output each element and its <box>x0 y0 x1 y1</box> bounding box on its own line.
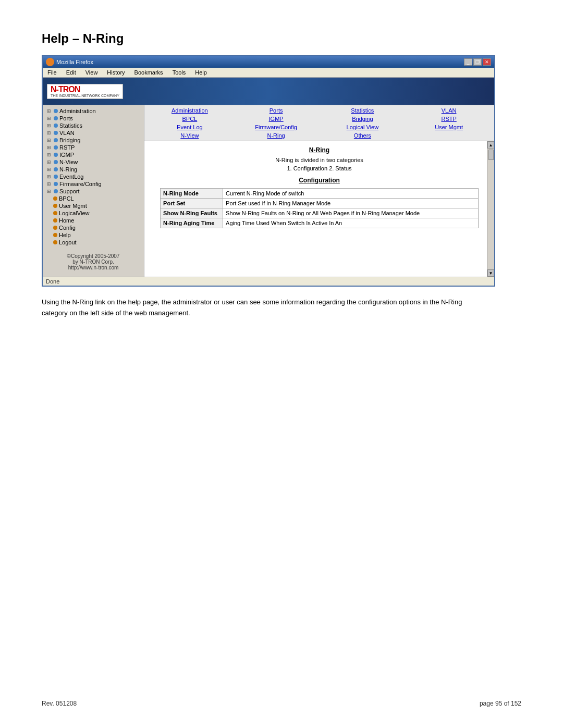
scroll-thumb[interactable] <box>488 150 494 160</box>
footer-revision: Rev. 051208 <box>42 700 77 707</box>
menu-history[interactable]: History <box>105 69 126 76</box>
sidebar-item-help[interactable]: Help <box>43 231 144 239</box>
nav-bridging[interactable]: Bridging <box>320 115 406 123</box>
nav-firmware[interactable]: Firmware/Config <box>233 123 320 131</box>
dot-icon <box>54 189 58 193</box>
sidebar-label: N-Ring <box>59 166 77 172</box>
footer-page: page 95 of 152 <box>480 700 521 707</box>
dot-icon-orange <box>53 226 57 230</box>
sidebar-item-bridging[interactable]: ⊞ Bridging <box>43 137 144 144</box>
sidebar-label: Logout <box>59 239 77 245</box>
dot-icon <box>54 116 58 120</box>
menu-file[interactable]: File <box>46 69 58 76</box>
menu-edit[interactable]: Edit <box>65 69 78 76</box>
table-row: N-Ring Aging Time Aging Time Used When S… <box>161 218 479 228</box>
nav-ports[interactable]: Ports <box>233 106 320 115</box>
expand-icon: ⊞ <box>47 181 52 187</box>
sidebar-item-firmware[interactable]: ⊞ Firmware/Config <box>43 180 144 188</box>
copyright-line2: by N-TRON Corp. <box>47 259 140 265</box>
minimize-button[interactable]: _ <box>464 58 472 66</box>
table-cell-value: Aging Time Used When Switch Is Active In… <box>223 218 479 228</box>
sidebar-item-nring[interactable]: ⊞ N-Ring <box>43 166 144 173</box>
menu-view[interactable]: View <box>84 69 100 76</box>
sidebar-item-home[interactable]: Home <box>43 217 144 224</box>
right-panel: Administration Ports Statistics VLAN BPC… <box>144 105 494 277</box>
sidebar-label: BPCL <box>59 195 74 202</box>
scroll-down-button[interactable]: ▼ <box>487 269 494 277</box>
sidebar-item-logicalview[interactable]: LogicalView <box>43 209 144 217</box>
sidebar-item-rstp[interactable]: ⊞ RSTP <box>43 144 144 151</box>
sidebar-item-statistics[interactable]: ⊞ Statistics <box>43 122 144 129</box>
content-title: N-Ring <box>152 146 487 154</box>
nav-usermgmt[interactable]: User Mgmt <box>406 123 492 131</box>
sidebar-label: EventLog <box>59 174 83 180</box>
expand-icon: ⊞ <box>47 167 52 172</box>
sidebar-item-support[interactable]: ⊞ Support <box>43 188 144 195</box>
dot-icon <box>54 138 58 142</box>
sidebar-item-usermgmt[interactable]: User Mgmt <box>43 202 144 209</box>
sidebar-label: Statistics <box>59 122 82 129</box>
nav-statistics[interactable]: Statistics <box>320 106 406 115</box>
dot-icon-orange <box>53 196 57 201</box>
sidebar-label: VLAN <box>59 130 75 136</box>
table-row: N-Ring Mode Current N-Ring Mode of switc… <box>161 189 479 199</box>
nav-eventlog[interactable]: Event Log <box>146 123 233 131</box>
table-row: Port Set Port Set used if in N-Ring Mana… <box>161 199 479 208</box>
copyright-line1: ©Copyright 2005-2007 <box>47 253 140 259</box>
nav-nring[interactable]: N-Ring <box>233 131 320 140</box>
sidebar-item-eventlog[interactable]: ⊞ EventLog <box>43 173 144 180</box>
menu-bookmarks[interactable]: Bookmarks <box>133 69 165 76</box>
close-button[interactable]: ✕ <box>483 58 491 66</box>
table-cell-label: N-Ring Mode <box>161 189 223 199</box>
dot-icon <box>54 109 58 113</box>
scroll-up-button[interactable]: ▲ <box>487 141 494 149</box>
window-controls[interactable]: _ ❐ ✕ <box>464 58 491 66</box>
sidebar-item-administration[interactable]: ⊞ Administration <box>43 107 144 115</box>
menu-help[interactable]: Help <box>193 69 209 76</box>
expand-icon: ⊞ <box>47 189 52 194</box>
sidebar: ⊞ Administration ⊞ Ports ⊞ Statistics ⊞ <box>43 105 144 277</box>
sidebar-item-logout[interactable]: Logout <box>43 239 144 246</box>
table-cell-label: Port Set <box>161 199 223 208</box>
table-cell-value: Port Set used if in N-Ring Manager Mode <box>223 199 479 208</box>
dot-icon <box>54 167 58 171</box>
ntron-logo: N-TRON THE INDUSTRIAL NETWORK COMPANY <box>47 84 123 99</box>
nav-rstp[interactable]: RSTP <box>406 115 492 123</box>
firefox-icon <box>46 58 54 66</box>
nav-igmp[interactable]: IGMP <box>233 115 320 123</box>
sidebar-label: LogicalView <box>59 210 90 216</box>
scrollbar[interactable]: ▲ ▼ <box>487 141 494 277</box>
sidebar-item-ports[interactable]: ⊞ Ports <box>43 115 144 122</box>
dot-icon <box>54 160 58 164</box>
nav-administration[interactable]: Administration <box>146 106 233 115</box>
menu-tools[interactable]: Tools <box>171 69 188 76</box>
expand-icon: ⊞ <box>47 159 52 165</box>
browser-window: Mozilla Firefox _ ❐ ✕ File Edit View His… <box>42 55 495 287</box>
sidebar-item-nview[interactable]: ⊞ N-View <box>43 158 144 166</box>
nav-others[interactable]: Others <box>320 131 406 140</box>
table-row: Show N-Ring Faults Show N-Ring Faults on… <box>161 208 479 218</box>
sidebar-label: Help <box>59 232 71 238</box>
nav-vlan[interactable]: VLAN <box>406 106 492 115</box>
sidebar-item-vlan[interactable]: ⊞ VLAN <box>43 129 144 137</box>
ntron-banner: N-TRON THE INDUSTRIAL NETWORK COMPANY <box>43 78 494 105</box>
content-desc2: 1. Configuration 2. Status <box>152 165 487 171</box>
sidebar-label: Home <box>59 217 74 224</box>
restore-button[interactable]: ❐ <box>473 58 482 66</box>
nav-logicalview[interactable]: Logical View <box>320 123 406 131</box>
dot-icon-orange <box>53 218 57 223</box>
sidebar-item-igmp[interactable]: ⊞ IGMP <box>43 151 144 158</box>
sidebar-item-bpcl[interactable]: BPCL <box>43 195 144 202</box>
dot-icon <box>54 175 58 179</box>
dot-icon-orange <box>53 233 57 237</box>
nav-links: Administration Ports Statistics VLAN BPC… <box>144 105 494 141</box>
sidebar-label: Config <box>59 225 76 231</box>
status-bar: Done <box>43 277 494 286</box>
expand-icon: ⊞ <box>47 108 52 114</box>
dot-icon <box>54 131 58 135</box>
expand-icon: ⊞ <box>47 174 52 179</box>
nav-nview[interactable]: N-View <box>146 131 233 140</box>
nav-bpcl[interactable]: BPCL <box>146 115 233 123</box>
sidebar-item-config[interactable]: Config <box>43 224 144 231</box>
nav-empty <box>406 131 492 140</box>
